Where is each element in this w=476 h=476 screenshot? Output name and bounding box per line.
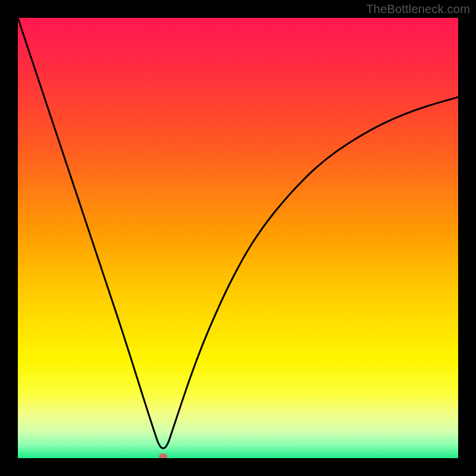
gradient-background <box>18 18 458 458</box>
watermark-text: TheBottleneck.com <box>366 2 470 16</box>
chart-svg <box>18 18 458 458</box>
plot-area <box>18 18 458 458</box>
chart-frame: TheBottleneck.com <box>0 0 476 476</box>
